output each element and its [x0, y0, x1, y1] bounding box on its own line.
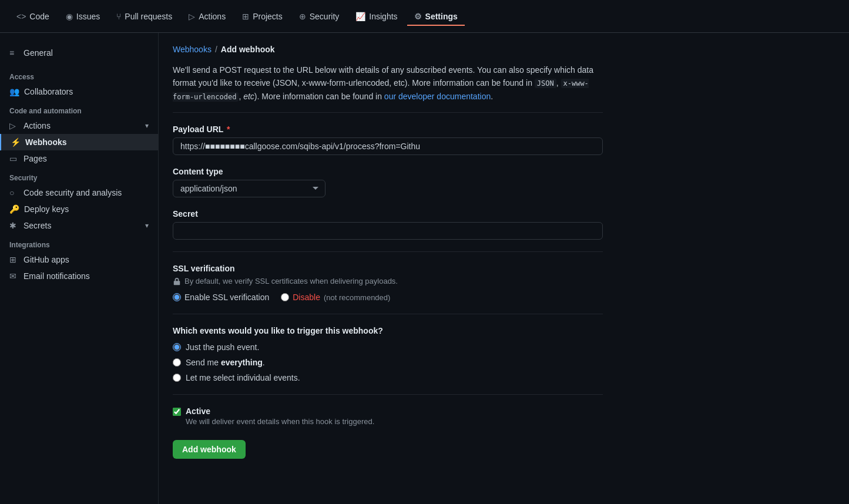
github-apps-icon: ⊞: [9, 255, 19, 264]
collaborators-icon: 👥: [9, 87, 19, 96]
code-icon: <>: [16, 12, 26, 21]
active-checkbox[interactable]: [173, 408, 181, 416]
section-label-access: Access: [0, 66, 158, 83]
ssl-disable-label[interactable]: Disable (not recommended): [281, 293, 390, 302]
event-everything-label[interactable]: Send me everything.: [173, 358, 603, 367]
actions-icon: ▷: [189, 12, 195, 21]
content-type-group: Content type application/json applicatio…: [173, 167, 603, 197]
form-description: We'll send a POST request to the URL bel…: [173, 63, 603, 113]
secrets-icon: ✱: [9, 221, 19, 230]
divider-events: [173, 314, 603, 314]
divider-active: [173, 394, 603, 395]
sidebar-item-collaborators[interactable]: 👥 Collaborators: [0, 83, 158, 100]
events-title: Which events would you like to trigger t…: [173, 326, 603, 335]
sidebar: ≡ General Access 👥 Collaborators Code an…: [0, 33, 159, 504]
ssl-section: SSL verification By default, we verify S…: [173, 264, 603, 302]
sidebar-general-item[interactable]: ≡ General: [0, 42, 158, 66]
lock-icon: [173, 277, 181, 285]
pull-requests-icon: ⑂: [116, 12, 121, 21]
sidebar-item-code-security[interactable]: ○ Code security and analysis: [0, 184, 158, 201]
event-push-label[interactable]: Just the push event.: [173, 342, 603, 352]
nav-projects[interactable]: ⊞ Projects: [235, 7, 290, 26]
nav-settings[interactable]: ⚙ Settings: [407, 7, 465, 26]
payload-url-group: Payload URL *: [173, 125, 603, 155]
active-section: Active We will deliver event details whe…: [173, 406, 603, 426]
pages-icon: ▭: [9, 154, 19, 163]
nav-security[interactable]: ⊕ Security: [292, 7, 347, 26]
section-label-integrations: Integrations: [0, 234, 158, 251]
main-layout: ≡ General Access 👥 Collaborators Code an…: [0, 33, 849, 504]
sidebar-item-github-apps[interactable]: ⊞ GitHub apps: [0, 251, 158, 268]
ssl-title: SSL verification: [173, 264, 603, 273]
main-content: Webhooks / Add webhook We'll send a POST…: [159, 33, 849, 504]
content-type-label: Content type: [173, 167, 603, 176]
content-area: Webhooks / Add webhook We'll send a POST…: [159, 33, 617, 471]
event-individual-radio[interactable]: [173, 374, 181, 382]
webhooks-icon: ⚡: [11, 137, 21, 147]
required-indicator: *: [227, 125, 230, 134]
settings-icon: ⚙: [414, 12, 422, 21]
insights-icon: 📈: [355, 12, 365, 21]
add-webhook-button[interactable]: Add webhook: [173, 440, 246, 459]
payload-url-label: Payload URL *: [173, 125, 603, 134]
event-individual-label[interactable]: Let me select individual events.: [173, 373, 603, 382]
secret-input[interactable]: [173, 222, 603, 240]
actions-chevron-icon: ▾: [145, 122, 149, 130]
ssl-enable-label[interactable]: Enable SSL verification: [173, 293, 269, 302]
sidebar-item-email-notifications[interactable]: ✉ Email notifications: [0, 268, 158, 284]
deploy-keys-icon: 🔑: [9, 204, 19, 214]
content-type-select[interactable]: application/json application/x-www-form-…: [173, 180, 325, 197]
developer-docs-link[interactable]: our developer documentation: [384, 92, 491, 101]
active-description: We will deliver event details when this …: [186, 417, 374, 426]
active-checkbox-row: Active We will deliver event details whe…: [173, 406, 603, 426]
top-nav: <> Code ◉ Issues ⑂ Pull requests ▷ Actio…: [0, 0, 849, 33]
sidebar-item-actions[interactable]: ▷ Actions ▾: [0, 117, 158, 134]
section-label-security: Security: [0, 167, 158, 184]
sidebar-item-deploy-keys[interactable]: 🔑 Deploy keys: [0, 201, 158, 217]
nav-pull-requests[interactable]: ⑂ Pull requests: [109, 7, 179, 26]
active-label: Active: [186, 406, 374, 416]
nav-code[interactable]: <> Code: [9, 7, 56, 26]
ssl-disable-radio[interactable]: [281, 293, 289, 301]
breadcrumb-parent[interactable]: Webhooks: [173, 45, 212, 54]
secret-label: Secret: [173, 209, 603, 219]
sidebar-item-secrets[interactable]: ✱ Secrets ▾: [0, 217, 158, 234]
code-security-icon: ○: [9, 188, 19, 197]
general-icon: ≡: [9, 48, 19, 58]
events-group: Which events would you like to trigger t…: [173, 326, 603, 382]
ssl-enable-radio[interactable]: [173, 293, 181, 301]
event-push-radio[interactable]: [173, 343, 181, 351]
sidebar-item-pages[interactable]: ▭ Pages: [0, 150, 158, 167]
nav-issues[interactable]: ◉ Issues: [59, 7, 107, 26]
webhook-form: We'll send a POST request to the URL bel…: [173, 63, 603, 459]
security-icon: ⊕: [299, 12, 306, 21]
event-everything-radio[interactable]: [173, 358, 181, 367]
nav-actions[interactable]: ▷ Actions: [182, 7, 233, 26]
breadcrumb-current: Add webhook: [221, 45, 275, 54]
secret-group: Secret: [173, 209, 603, 240]
ssl-description: By default, we verify SSL certificates w…: [173, 277, 603, 285]
ssl-radio-group: Enable SSL verification Disable (not rec…: [173, 293, 603, 302]
issues-icon: ◉: [66, 12, 73, 21]
projects-icon: ⊞: [242, 12, 249, 21]
section-label-code-automation: Code and automation: [0, 100, 158, 117]
secrets-chevron-icon: ▾: [145, 221, 149, 230]
breadcrumb-separator: /: [215, 45, 217, 54]
breadcrumb: Webhooks / Add webhook: [173, 45, 603, 54]
events-radio-stack: Just the push event. Send me everything.…: [173, 342, 603, 382]
sidebar-item-webhooks[interactable]: ⚡ Webhooks: [0, 134, 158, 150]
divider-ssl: [173, 251, 603, 252]
nav-insights[interactable]: 📈 Insights: [348, 7, 404, 26]
payload-url-input[interactable]: [173, 137, 603, 155]
email-notifications-icon: ✉: [9, 271, 19, 281]
actions-sidebar-icon: ▷: [9, 121, 19, 130]
